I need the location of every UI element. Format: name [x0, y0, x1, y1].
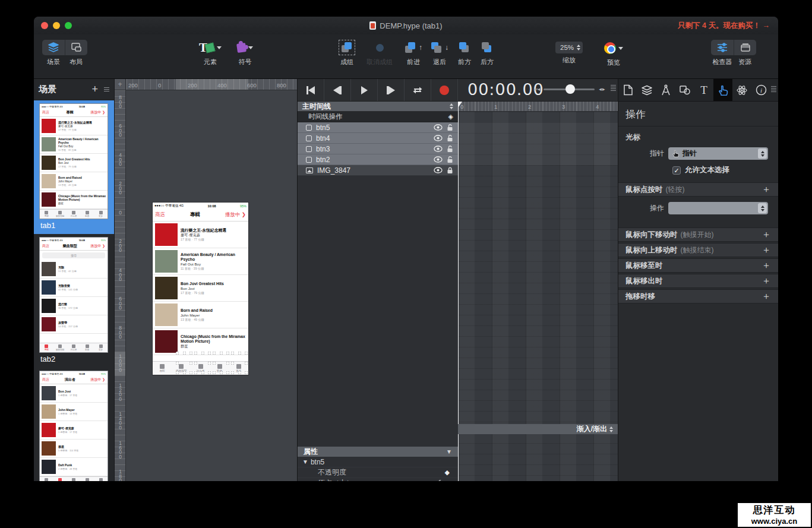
property-row[interactable]: 原点（上） ◆ [298, 478, 458, 481]
layouts-toolbar-button[interactable] [65, 40, 87, 55]
chevron-down-icon[interactable] [618, 47, 623, 50]
jump-to-start-button[interactable] [298, 79, 324, 101]
zoom-out-frames-icon[interactable]: ▸▫◂ [534, 86, 539, 92]
main-timeline-header[interactable]: 主时间线 [298, 102, 458, 112]
slider-track[interactable] [544, 88, 595, 90]
lock-icon[interactable] [447, 134, 453, 142]
zoom-control[interactable]: 25% 缩放 [555, 42, 583, 65]
layer-name[interactable]: btn4 [316, 134, 429, 143]
lock-icon[interactable] [447, 145, 453, 153]
record-button[interactable] [431, 79, 458, 101]
phone-mockup[interactable]: ●●●○○ 中華電信 4G10:0895% 商店 專輯 播放中 ❯ [153, 203, 248, 375]
visibility-eye-icon[interactable] [434, 156, 443, 163]
property-row[interactable]: 不透明度 ◆ [298, 467, 458, 478]
bring-forward-button[interactable]: ↑ 前进 [405, 40, 422, 67]
slider-knob[interactable] [565, 84, 575, 94]
layer-row[interactable]: btn5 [298, 122, 458, 133]
stepper-icon[interactable] [577, 45, 580, 50]
lock-icon[interactable] [447, 166, 453, 174]
ease-in-out-header[interactable]: 渐入/渐出 [458, 424, 618, 434]
send-back-button[interactable]: 后方 [481, 40, 494, 67]
step-forward-button[interactable] [378, 79, 405, 101]
stepper-icon[interactable] [609, 426, 613, 432]
timeline-ruler[interactable]: 0 1 2 3 4 [458, 102, 618, 112]
add-action-button[interactable]: ＋ [762, 275, 771, 287]
layer-checkbox[interactable] [306, 125, 312, 131]
layer-name[interactable]: IMG_3847 [317, 166, 429, 175]
action-section-header[interactable]: 拖移时移 ＋ [618, 289, 778, 303]
layer-name[interactable]: btn3 [316, 145, 429, 153]
preview-button[interactable]: 预览 [604, 40, 623, 67]
add-action-button[interactable]: ＋ [762, 184, 771, 196]
action-section-header[interactable]: 鼠标移出时 ＋ [618, 274, 778, 288]
action-section-header[interactable]: 鼠标移至时 ＋ [618, 258, 778, 273]
visibility-eye-icon[interactable] [434, 124, 443, 131]
selection-handles[interactable] [175, 351, 248, 375]
symbols-toolbar-item[interactable]: 符号 [237, 40, 253, 67]
layer-checkbox[interactable] [306, 146, 312, 152]
timeline-switcher-stepper[interactable] [450, 103, 453, 109]
chevron-down-icon[interactable]: ▼ [446, 448, 452, 455]
inspector-toolbar-button[interactable] [711, 40, 734, 55]
scenes-list-grip[interactable] [104, 87, 109, 91]
layer-name[interactable]: btn2 [316, 156, 429, 164]
layer-checkbox[interactable] [306, 157, 312, 163]
tab-actions[interactable] [713, 79, 732, 101]
add-scene-button[interactable]: + [91, 83, 98, 96]
inspector-grip[interactable] [771, 86, 776, 92]
canvas-area[interactable]: 200 0 200 400 600 800 800 600 400 200 0 … [115, 79, 297, 481]
properties-header[interactable]: 属性 ▼ [298, 447, 458, 457]
tab-document[interactable] [618, 79, 637, 101]
lock-icon[interactable] [447, 124, 453, 131]
tab-identity[interactable]: i [751, 79, 770, 101]
send-backward-button[interactable]: ↓ 退后 [431, 40, 448, 67]
scene-item-tab2[interactable]: ●●●○○ 中華電信 4G10:0895% 商店樂曲類型播放中 ❯ 搜尋 另類5… [34, 234, 114, 368]
layer-name[interactable]: btn5 [316, 124, 429, 132]
action-dropdown[interactable] [668, 202, 768, 214]
keyframe-diamond-icon[interactable]: ◆ [445, 479, 450, 481]
on-tap-section-header[interactable]: 鼠标点按时 (轻按) ＋ [618, 182, 778, 197]
scene-item-tab1[interactable]: ●●●○○ 中華電信 4G10:0895% 商店專輯播放中 ❯ 流行樂之王-永恆… [34, 100, 114, 234]
allow-text-selection-checkbox[interactable]: ✓ [672, 166, 681, 175]
tab-element[interactable] [675, 79, 694, 101]
tab-scene[interactable] [637, 79, 656, 101]
scene-item-tab3[interactable]: ●●●○○ 中華電信 4G10:0895% 商店演出者播放中 ❯ Bon Jov… [34, 368, 114, 481]
timeline-zoom-slider[interactable]: ▸▫◂ ◂▫▸ [534, 86, 604, 92]
zoom-in-frames-icon[interactable]: ◂▫▸ [599, 86, 604, 92]
layer-row[interactable]: btn2 [298, 154, 458, 165]
cursor-dropdown[interactable]: 指针 [668, 147, 768, 160]
add-action-button[interactable]: ＋ [762, 290, 771, 303]
easing-curve-icon[interactable] [433, 480, 441, 482]
property-group-row[interactable]: ▼ btn5 [298, 457, 458, 467]
tab-metrics[interactable] [656, 79, 675, 101]
layer-row[interactable]: btn3 [298, 144, 458, 154]
keyframe-diamond-icon[interactable]: ◈ [448, 113, 453, 121]
scenes-toolbar-button[interactable] [42, 40, 65, 55]
trial-promo-link[interactable]: 只剩下 4 天。现在购买！ → [678, 21, 770, 31]
tab-text[interactable]: T [694, 79, 713, 101]
keyframe-diamond-icon[interactable]: ◆ [445, 469, 450, 476]
layer-row[interactable]: btn4 [298, 133, 458, 144]
visibility-eye-icon[interactable] [434, 135, 443, 141]
disclosure-triangle-icon[interactable]: ▼ [302, 459, 308, 465]
resources-toolbar-button[interactable] [734, 40, 756, 55]
add-action-button[interactable]: ＋ [762, 260, 771, 272]
group-button[interactable]: 成组 [340, 40, 353, 67]
transport-grip[interactable] [611, 85, 616, 91]
tab-physics[interactable] [732, 79, 751, 101]
visibility-eye-icon[interactable] [434, 146, 443, 152]
timeline-actions-row[interactable]: 时间线操作 ◈ [298, 112, 458, 122]
stage-content[interactable]: ●●●○○ 中華電信 4G10:0895% 商店 專輯 播放中 ❯ [153, 203, 248, 375]
step-back-button[interactable] [324, 79, 351, 101]
visibility-eye-icon[interactable] [434, 167, 443, 173]
layer-checkbox[interactable] [306, 135, 312, 141]
loop-button[interactable] [405, 79, 431, 101]
add-action-button[interactable]: ＋ [762, 229, 771, 241]
add-action-button[interactable]: ＋ [762, 244, 771, 257]
lock-icon[interactable] [447, 156, 453, 163]
bring-front-button[interactable]: 前方 [458, 40, 471, 67]
play-button[interactable] [351, 79, 378, 101]
action-section-header[interactable]: 鼠标向上移动时 (触摸结束) ＋ [618, 243, 778, 257]
elements-toolbar-item[interactable]: T 元素 [199, 40, 222, 67]
action-section-header[interactable]: 鼠标向下移动时 (触摸开始) ＋ [618, 227, 778, 242]
